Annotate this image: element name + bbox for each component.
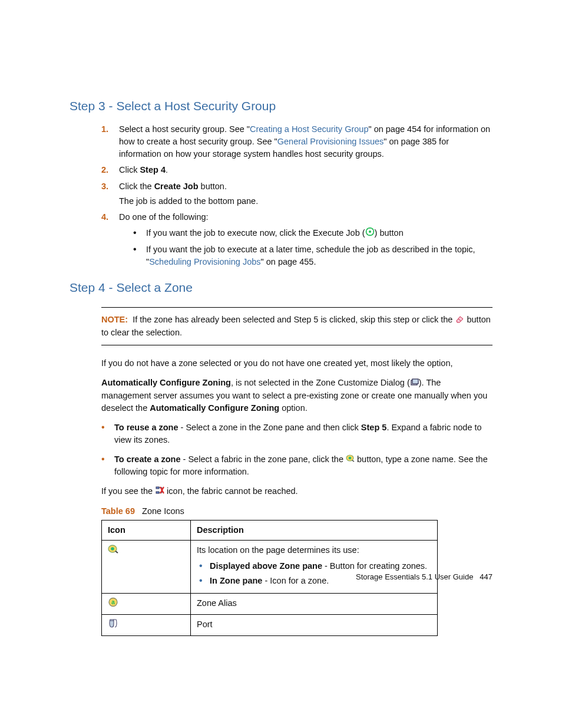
text: Select a host security group. See " xyxy=(119,124,250,134)
note-label: NOTE: xyxy=(101,315,128,324)
step3-list: Select a host security group. See "Creat… xyxy=(101,123,492,268)
step3-content: Select a host security group. See "Creat… xyxy=(101,123,492,268)
text: Do one of the following: xyxy=(119,212,209,222)
link-creating-host-security-group[interactable]: Creating a Host Security Group xyxy=(250,124,368,134)
bold: In Zone pane xyxy=(210,576,262,585)
bold: Automatically Configure Zoning xyxy=(101,378,231,387)
text: Click xyxy=(119,165,140,174)
text: ) button xyxy=(375,228,404,238)
icon-cell: a xyxy=(102,594,191,615)
desc-cell: Port xyxy=(191,615,438,636)
list-item: If you want the job to execute at a late… xyxy=(133,243,492,268)
link-general-provisioning-issues[interactable]: General Provisioning Issues xyxy=(277,137,384,146)
svg-point-12 xyxy=(111,547,114,551)
bold: Displayed above Zone pane xyxy=(210,561,322,571)
svg-point-5 xyxy=(349,457,352,460)
paragraph: Automatically Configure Zoning, is not s… xyxy=(101,377,492,414)
step3-item-4-sublist: If you want the job to execute now, clic… xyxy=(133,227,492,268)
text: , is not selected in the Zone Customize … xyxy=(231,378,410,387)
dialog-icon xyxy=(410,377,419,390)
svg-text:a: a xyxy=(111,599,115,605)
step3-item-1: Select a host security group. See "Creat… xyxy=(101,123,492,160)
paragraph: If you do not have a zone selected or yo… xyxy=(101,357,492,370)
text: - Button for creating zones. xyxy=(322,561,427,571)
col-icon: Icon xyxy=(102,521,191,541)
bold: To reuse a zone xyxy=(114,423,178,432)
text: - Icon for a zone. xyxy=(262,576,329,585)
text: icon, the fabric cannot be reached. xyxy=(164,486,298,496)
icon-cell xyxy=(102,541,191,594)
text: If you want the job to execute now, clic… xyxy=(146,228,365,238)
port-icon xyxy=(108,618,118,632)
icon-cell xyxy=(102,615,191,636)
step3-item-3: Click the Create Job button. The job is … xyxy=(101,180,492,207)
svg-rect-7 xyxy=(156,487,159,489)
text: button. xyxy=(199,182,227,191)
bold: Step 4 xyxy=(140,165,166,174)
step4-bullets: To reuse a zone - Select a zone in the Z… xyxy=(101,421,492,479)
note-text: If the zone has already been selected an… xyxy=(133,315,455,324)
list-item: If you want the job to execute now, clic… xyxy=(133,227,492,240)
svg-rect-3 xyxy=(412,379,418,384)
text: - Select a zone in the Zone pane and the… xyxy=(178,423,361,432)
table-title: Zone Icons xyxy=(142,506,184,516)
paragraph: If you see the icon, the fabric cannot b… xyxy=(101,485,492,498)
step3-item-3-sub: The job is added to the bottom pane. xyxy=(119,195,492,207)
bold: Step 5 xyxy=(361,423,387,432)
fabric-unreachable-icon xyxy=(155,486,164,498)
footer-title: Storage Essentials 5.1 User Guide xyxy=(356,572,473,581)
page-footer: Storage Essentials 5.1 User Guide 447 xyxy=(356,572,492,583)
zone-alias-icon: a xyxy=(108,597,118,611)
link-scheduling-provisioning-jobs[interactable]: Scheduling Provisioning Jobs xyxy=(149,257,260,266)
list-item: To reuse a zone - Select a zone in the Z… xyxy=(101,421,492,446)
step4-heading: Step 4 - Select a Zone xyxy=(70,279,492,297)
zone-create-icon xyxy=(346,453,355,466)
table-row: Port xyxy=(102,615,438,636)
eraser-icon xyxy=(455,314,464,327)
svg-line-6 xyxy=(352,460,354,462)
execute-job-icon xyxy=(365,227,375,240)
text: Its location on the page determines its … xyxy=(197,545,359,555)
step3-heading: Step 3 - Select a Host Security Group xyxy=(70,97,492,115)
svg-line-13 xyxy=(115,551,118,553)
desc-cell: Its location on the page determines its … xyxy=(191,541,438,594)
page-number: 447 xyxy=(480,572,492,581)
table-header-row: Icon Description xyxy=(102,521,438,541)
text: " on page 455. xyxy=(261,257,316,266)
col-description: Description xyxy=(191,521,438,541)
desc-cell: Zone Alias xyxy=(191,594,438,615)
text: . xyxy=(166,165,168,174)
svg-rect-8 xyxy=(156,492,159,493)
svg-point-1 xyxy=(369,230,371,233)
step3-item-2: Click Step 4. xyxy=(101,164,492,176)
bold: Automatically Configure Zoning xyxy=(150,403,279,413)
text: If you see the xyxy=(101,486,155,496)
document-page: Step 3 - Select a Host Security Group Se… xyxy=(0,0,562,671)
step3-item-4: Do one of the following: If you want the… xyxy=(101,211,492,268)
note-box: NOTE: If the zone has already been selec… xyxy=(101,307,492,345)
zone-icon xyxy=(108,544,118,558)
step4-content: NOTE: If the zone has already been selec… xyxy=(101,307,492,636)
bold: To create a zone xyxy=(114,454,181,464)
text: - Select a fabric in the zone pane, clic… xyxy=(181,454,346,464)
table-caption: Table 69 Zone Icons xyxy=(101,505,492,518)
bold: Create Job xyxy=(154,182,199,191)
table-row: Its location on the page determines its … xyxy=(102,541,438,594)
list-item: Displayed above Zone pane - Button for c… xyxy=(197,560,431,572)
list-item: To create a zone - Select a fabric in th… xyxy=(101,453,492,479)
table-row: a Zone Alias xyxy=(102,594,438,615)
text: option. xyxy=(279,403,308,413)
text: Click the xyxy=(119,182,154,191)
table-number: Table 69 xyxy=(101,506,135,516)
